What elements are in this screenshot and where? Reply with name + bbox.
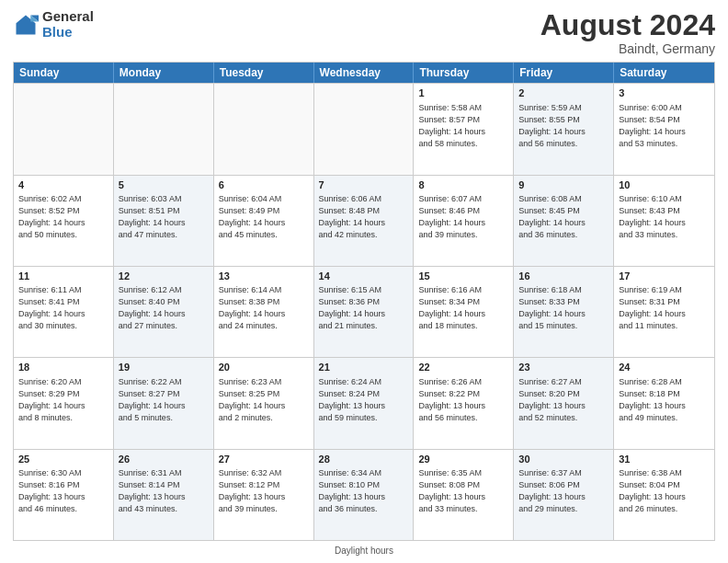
empty-cell-0-3 bbox=[314, 84, 415, 174]
day-3: 3Sunrise: 6:00 AM Sunset: 8:54 PM Daylig… bbox=[614, 84, 714, 174]
day-text-27: Sunrise: 6:32 AM Sunset: 8:12 PM Dayligh… bbox=[219, 467, 309, 515]
location: Baindt, Germany bbox=[540, 41, 715, 56]
day-16: 16Sunrise: 6:18 AM Sunset: 8:33 PM Dayli… bbox=[514, 267, 614, 357]
day-text-31: Sunrise: 6:38 AM Sunset: 8:04 PM Dayligh… bbox=[619, 467, 710, 515]
day-num-6: 6 bbox=[219, 178, 309, 192]
day-28: 28Sunrise: 6:34 AM Sunset: 8:10 PM Dayli… bbox=[314, 450, 415, 540]
day-21: 21Sunrise: 6:24 AM Sunset: 8:24 PM Dayli… bbox=[314, 358, 415, 448]
calendar: SundayMondayTuesdayWednesdayThursdayFrid… bbox=[13, 62, 715, 541]
day-5: 5Sunrise: 6:03 AM Sunset: 8:51 PM Daylig… bbox=[114, 176, 214, 266]
day-num-8: 8 bbox=[418, 178, 508, 192]
header-monday: Monday bbox=[114, 63, 214, 83]
day-31: 31Sunrise: 6:38 AM Sunset: 8:04 PM Dayli… bbox=[614, 450, 714, 540]
day-19: 19Sunrise: 6:22 AM Sunset: 8:27 PM Dayli… bbox=[114, 358, 214, 448]
day-text-21: Sunrise: 6:24 AM Sunset: 8:24 PM Dayligh… bbox=[319, 376, 409, 424]
day-num-5: 5 bbox=[119, 178, 209, 192]
day-text-13: Sunrise: 6:14 AM Sunset: 8:38 PM Dayligh… bbox=[219, 284, 309, 332]
day-text-14: Sunrise: 6:15 AM Sunset: 8:36 PM Dayligh… bbox=[319, 284, 409, 332]
day-text-5: Sunrise: 6:03 AM Sunset: 8:51 PM Dayligh… bbox=[119, 193, 209, 241]
day-text-15: Sunrise: 6:16 AM Sunset: 8:34 PM Dayligh… bbox=[418, 284, 508, 332]
day-num-26: 26 bbox=[119, 453, 209, 466]
day-num-25: 25 bbox=[18, 453, 108, 466]
day-num-15: 15 bbox=[418, 270, 508, 283]
page: General Blue August 2024 Baindt, Germany… bbox=[0, 0, 728, 563]
day-11: 11Sunrise: 6:11 AM Sunset: 8:41 PM Dayli… bbox=[14, 267, 114, 357]
day-num-31: 31 bbox=[619, 453, 710, 466]
header-saturday: Saturday bbox=[614, 63, 714, 83]
day-24: 24Sunrise: 6:28 AM Sunset: 8:18 PM Dayli… bbox=[614, 358, 714, 448]
day-num-27: 27 bbox=[219, 453, 309, 466]
day-num-13: 13 bbox=[219, 270, 309, 283]
day-text-22: Sunrise: 6:26 AM Sunset: 8:22 PM Dayligh… bbox=[418, 376, 508, 424]
day-1: 1Sunrise: 5:58 AM Sunset: 8:57 PM Daylig… bbox=[414, 84, 514, 174]
day-num-29: 29 bbox=[418, 453, 508, 466]
day-num-22: 22 bbox=[418, 361, 508, 374]
title-block: August 2024 Baindt, Germany bbox=[540, 9, 715, 56]
day-10: 10Sunrise: 6:10 AM Sunset: 8:43 PM Dayli… bbox=[614, 176, 714, 266]
day-text-29: Sunrise: 6:35 AM Sunset: 8:08 PM Dayligh… bbox=[418, 467, 508, 515]
day-num-14: 14 bbox=[319, 270, 409, 283]
day-text-16: Sunrise: 6:18 AM Sunset: 8:33 PM Dayligh… bbox=[518, 284, 609, 332]
logo-text: General Blue bbox=[42, 9, 94, 40]
logo-icon bbox=[13, 12, 39, 38]
day-num-28: 28 bbox=[319, 453, 409, 466]
week-row-2: 4Sunrise: 6:02 AM Sunset: 8:52 PM Daylig… bbox=[14, 175, 714, 266]
day-num-12: 12 bbox=[119, 270, 209, 283]
day-num-4: 4 bbox=[18, 178, 108, 192]
day-text-3: Sunrise: 6:00 AM Sunset: 8:54 PM Dayligh… bbox=[619, 102, 710, 150]
day-15: 15Sunrise: 6:16 AM Sunset: 8:34 PM Dayli… bbox=[414, 267, 514, 357]
header-thursday: Thursday bbox=[414, 63, 514, 83]
day-text-30: Sunrise: 6:37 AM Sunset: 8:06 PM Dayligh… bbox=[518, 467, 609, 515]
day-text-24: Sunrise: 6:28 AM Sunset: 8:18 PM Dayligh… bbox=[619, 376, 710, 424]
footer: Daylight hours bbox=[13, 546, 715, 556]
day-8: 8Sunrise: 6:07 AM Sunset: 8:46 PM Daylig… bbox=[414, 176, 514, 266]
day-23: 23Sunrise: 6:27 AM Sunset: 8:20 PM Dayli… bbox=[514, 358, 614, 448]
day-num-30: 30 bbox=[518, 453, 609, 466]
month-year: August 2024 bbox=[540, 9, 715, 41]
day-22: 22Sunrise: 6:26 AM Sunset: 8:22 PM Dayli… bbox=[414, 358, 514, 448]
day-num-19: 19 bbox=[119, 361, 209, 374]
day-30: 30Sunrise: 6:37 AM Sunset: 8:06 PM Dayli… bbox=[514, 450, 614, 540]
day-29: 29Sunrise: 6:35 AM Sunset: 8:08 PM Dayli… bbox=[414, 450, 514, 540]
day-13: 13Sunrise: 6:14 AM Sunset: 8:38 PM Dayli… bbox=[214, 267, 314, 357]
day-text-25: Sunrise: 6:30 AM Sunset: 8:16 PM Dayligh… bbox=[18, 467, 108, 515]
day-27: 27Sunrise: 6:32 AM Sunset: 8:12 PM Dayli… bbox=[214, 450, 314, 540]
day-text-28: Sunrise: 6:34 AM Sunset: 8:10 PM Dayligh… bbox=[319, 467, 409, 515]
day-num-11: 11 bbox=[18, 270, 108, 283]
day-num-7: 7 bbox=[319, 178, 409, 192]
day-6: 6Sunrise: 6:04 AM Sunset: 8:49 PM Daylig… bbox=[214, 176, 314, 266]
day-20: 20Sunrise: 6:23 AM Sunset: 8:25 PM Dayli… bbox=[214, 358, 314, 448]
header-sunday: Sunday bbox=[14, 63, 114, 83]
day-25: 25Sunrise: 6:30 AM Sunset: 8:16 PM Dayli… bbox=[14, 450, 114, 540]
header-wednesday: Wednesday bbox=[314, 63, 415, 83]
logo: General Blue bbox=[13, 9, 94, 40]
day-26: 26Sunrise: 6:31 AM Sunset: 8:14 PM Dayli… bbox=[114, 450, 214, 540]
day-num-20: 20 bbox=[219, 361, 309, 374]
day-text-11: Sunrise: 6:11 AM Sunset: 8:41 PM Dayligh… bbox=[18, 284, 108, 332]
day-text-19: Sunrise: 6:22 AM Sunset: 8:27 PM Dayligh… bbox=[119, 376, 209, 424]
logo-blue-text: Blue bbox=[42, 25, 94, 40]
empty-cell-0-2 bbox=[214, 84, 314, 174]
week-row-1: 1Sunrise: 5:58 AM Sunset: 8:57 PM Daylig… bbox=[14, 83, 714, 174]
day-text-9: Sunrise: 6:08 AM Sunset: 8:45 PM Dayligh… bbox=[518, 193, 609, 241]
day-num-17: 17 bbox=[619, 270, 710, 283]
day-14: 14Sunrise: 6:15 AM Sunset: 8:36 PM Dayli… bbox=[314, 267, 415, 357]
day-17: 17Sunrise: 6:19 AM Sunset: 8:31 PM Dayli… bbox=[614, 267, 714, 357]
day-text-10: Sunrise: 6:10 AM Sunset: 8:43 PM Dayligh… bbox=[619, 193, 710, 241]
day-text-17: Sunrise: 6:19 AM Sunset: 8:31 PM Dayligh… bbox=[619, 284, 710, 332]
day-num-1: 1 bbox=[418, 86, 508, 100]
empty-cell-0-0 bbox=[14, 84, 114, 174]
week-row-3: 11Sunrise: 6:11 AM Sunset: 8:41 PM Dayli… bbox=[14, 266, 714, 357]
day-num-10: 10 bbox=[619, 178, 710, 192]
day-num-21: 21 bbox=[319, 361, 409, 374]
header-friday: Friday bbox=[514, 63, 614, 83]
day-2: 2Sunrise: 5:59 AM Sunset: 8:55 PM Daylig… bbox=[514, 84, 614, 174]
day-12: 12Sunrise: 6:12 AM Sunset: 8:40 PM Dayli… bbox=[114, 267, 214, 357]
header-tuesday: Tuesday bbox=[214, 63, 314, 83]
day-4: 4Sunrise: 6:02 AM Sunset: 8:52 PM Daylig… bbox=[14, 176, 114, 266]
logo-general-text: General bbox=[42, 9, 94, 25]
day-text-6: Sunrise: 6:04 AM Sunset: 8:49 PM Dayligh… bbox=[219, 193, 309, 241]
footer-text: Daylight hours bbox=[335, 546, 393, 556]
day-text-2: Sunrise: 5:59 AM Sunset: 8:55 PM Dayligh… bbox=[518, 102, 609, 150]
day-text-8: Sunrise: 6:07 AM Sunset: 8:46 PM Dayligh… bbox=[418, 193, 508, 241]
